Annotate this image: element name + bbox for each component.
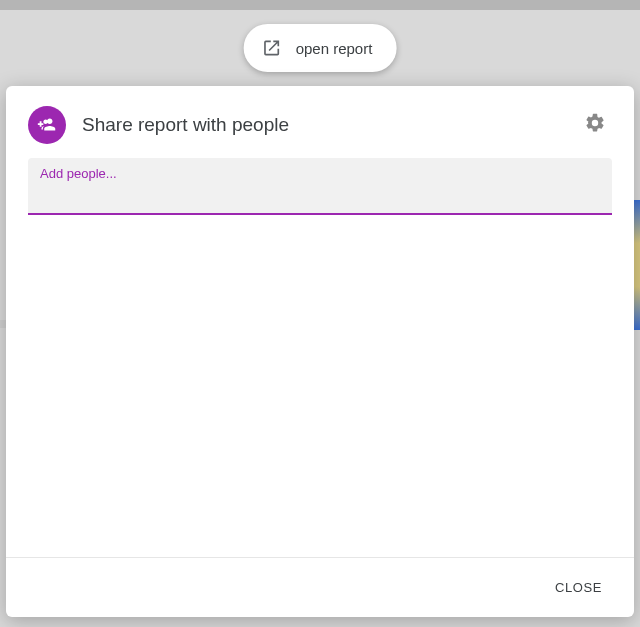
add-people-label: Add people... — [40, 166, 600, 181]
launch-icon — [262, 38, 282, 58]
close-button[interactable]: Close — [545, 572, 612, 603]
backdrop-strip — [0, 0, 640, 10]
share-dialog: Share report with people Add people... C… — [6, 86, 634, 617]
dialog-title: Share report with people — [82, 114, 562, 136]
add-people-field[interactable]: Add people... — [28, 158, 612, 215]
dialog-footer: Close — [6, 557, 634, 617]
backdrop-strip — [634, 200, 640, 330]
settings-button[interactable] — [578, 108, 612, 142]
dialog-body — [6, 215, 634, 557]
gear-icon — [584, 112, 606, 138]
open-report-button[interactable]: open report — [244, 24, 397, 72]
group-add-icon — [28, 106, 66, 144]
dialog-header: Share report with people — [6, 86, 634, 158]
add-people-input[interactable] — [40, 185, 600, 207]
open-report-label: open report — [296, 40, 373, 57]
